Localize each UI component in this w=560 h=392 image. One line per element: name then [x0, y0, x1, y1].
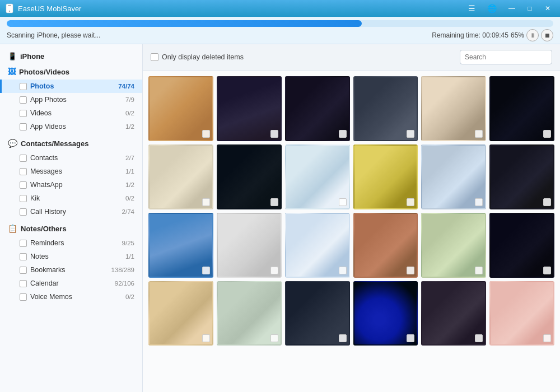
group-header-photos: 🖼 Photos/Videos	[0, 64, 142, 80]
photo-checkbox[interactable]	[543, 130, 551, 138]
sidebar-item-notes[interactable]: Notes 1/1	[0, 250, 142, 263]
photo-cell[interactable]	[353, 76, 418, 141]
app-photos-checkbox[interactable]	[20, 96, 27, 104]
photo-cell[interactable]	[353, 281, 418, 346]
photo-checkbox[interactable]	[407, 267, 414, 274]
sidebar-item-call-history[interactable]: Call History 2/74	[0, 205, 142, 218]
photo-checkbox[interactable]	[475, 130, 483, 138]
messages-checkbox[interactable]	[20, 168, 27, 175]
photo-checkbox[interactable]	[270, 198, 278, 206]
stop-button[interactable]: ⏹	[541, 29, 553, 41]
photo-cell[interactable]	[285, 281, 350, 346]
photo-checkbox[interactable]	[202, 334, 210, 342]
photo-cell[interactable]	[353, 144, 418, 209]
progress-fill	[7, 20, 362, 27]
photo-checkbox[interactable]	[202, 267, 210, 274]
progress-percent: 65%	[511, 31, 524, 39]
group-notes-others: 📋 Notes/Others Reminders 9/25 Notes 1/1 …	[0, 221, 142, 304]
progress-info: Scanning iPhone, please wait... Remainin…	[7, 29, 553, 41]
photo-checkbox[interactable]	[543, 198, 551, 206]
sidebar-item-app-photos[interactable]: App Photos 7/9	[0, 93, 142, 106]
sidebar-item-voice-memos[interactable]: Voice Memos 0/2	[0, 290, 142, 304]
sidebar-item-whatsapp[interactable]: WhatsApp 1/2	[0, 178, 142, 192]
photo-cell[interactable]	[285, 144, 350, 209]
search-input[interactable]	[460, 50, 552, 64]
sidebar-item-bookmarks[interactable]: Bookmarks 138/289	[0, 263, 142, 277]
svg-point-2	[9, 11, 10, 12]
photo-checkbox[interactable]	[270, 334, 278, 342]
photo-cell[interactable]	[148, 281, 213, 346]
sidebar: 📱 iPhone 🖼 Photos/Videos Photos 74/74 Ap…	[0, 44, 143, 392]
photo-cell[interactable]	[285, 76, 350, 141]
photo-grid	[143, 71, 560, 392]
whatsapp-checkbox[interactable]	[20, 181, 27, 189]
contacts-checkbox[interactable]	[20, 155, 27, 162]
bookmarks-checkbox[interactable]	[20, 267, 27, 274]
photo-checkbox[interactable]	[407, 130, 414, 138]
progress-controls: Remaining time: 00:09:45 65% ⏸ ⏹	[432, 29, 553, 41]
device-icon: 📱	[8, 52, 17, 60]
call-history-checkbox[interactable]	[20, 208, 27, 216]
photo-cell[interactable]	[489, 213, 554, 278]
app-videos-checkbox[interactable]	[20, 123, 27, 130]
filter-checkbox[interactable]	[151, 53, 158, 61]
photo-cell[interactable]	[148, 213, 213, 278]
photo-checkbox[interactable]	[270, 130, 278, 138]
photo-checkbox[interactable]	[339, 267, 347, 274]
maximize-button[interactable]: □	[522, 2, 538, 15]
photo-cell[interactable]	[421, 144, 486, 209]
globe-button[interactable]: 🌐	[484, 2, 500, 15]
photo-cell[interactable]	[489, 281, 554, 346]
photo-cell[interactable]	[421, 213, 486, 278]
photo-checkbox[interactable]	[543, 334, 551, 342]
photo-checkbox[interactable]	[475, 267, 483, 274]
scanning-text: Scanning iPhone, please wait...	[7, 31, 100, 39]
photo-checkbox[interactable]	[543, 267, 551, 274]
sidebar-item-calendar[interactable]: Calendar 92/106	[0, 277, 142, 290]
photo-checkbox[interactable]	[339, 334, 347, 342]
reminders-checkbox[interactable]	[20, 240, 27, 247]
photo-checkbox[interactable]	[202, 198, 210, 206]
pause-button[interactable]: ⏸	[526, 29, 539, 41]
title-bar: EaseUS MobiSaver ☰ 🌐 — □ ✕	[0, 0, 560, 17]
sidebar-item-contacts[interactable]: Contacts 2/7	[0, 151, 142, 165]
sidebar-item-reminders[interactable]: Reminders 9/25	[0, 236, 142, 250]
photo-checkbox[interactable]	[339, 198, 347, 206]
photo-checkbox[interactable]	[475, 334, 483, 342]
kik-checkbox[interactable]	[20, 195, 27, 202]
menu-button[interactable]: ☰	[464, 2, 479, 15]
filter-label[interactable]: Only display deleted items	[151, 53, 244, 61]
calendar-checkbox[interactable]	[20, 280, 27, 287]
photo-cell[interactable]	[217, 76, 282, 141]
photo-checkbox[interactable]	[475, 198, 483, 206]
photo-cell[interactable]	[148, 76, 213, 141]
photo-cell[interactable]	[489, 144, 554, 209]
sidebar-item-videos[interactable]: Videos 0/2	[0, 106, 142, 120]
photo-checkbox[interactable]	[202, 130, 210, 138]
voice-memos-checkbox[interactable]	[20, 293, 27, 301]
sidebar-item-app-videos[interactable]: App Videos 1/2	[0, 120, 142, 133]
sidebar-item-photos[interactable]: Photos 74/74	[0, 80, 142, 93]
minimize-button[interactable]: —	[504, 2, 520, 15]
photo-cell[interactable]	[285, 213, 350, 278]
main-layout: 📱 iPhone 🖼 Photos/Videos Photos 74/74 Ap…	[0, 44, 560, 392]
videos-checkbox[interactable]	[20, 110, 27, 117]
photo-checkbox[interactable]	[270, 267, 278, 274]
photo-cell[interactable]	[421, 281, 486, 346]
photo-checkbox[interactable]	[407, 198, 414, 206]
photo-cell[interactable]	[421, 76, 486, 141]
photo-checkbox[interactable]	[339, 130, 347, 138]
photo-cell[interactable]	[217, 144, 282, 209]
sidebar-item-messages[interactable]: Messages 1/1	[0, 165, 142, 178]
close-button[interactable]: ✕	[540, 2, 556, 15]
photo-checkbox[interactable]	[407, 334, 414, 342]
sidebar-item-kik[interactable]: Kik 0/2	[0, 192, 142, 205]
group-header-notes: 📋 Notes/Others	[0, 221, 142, 236]
photo-cell[interactable]	[217, 281, 282, 346]
photo-cell[interactable]	[353, 213, 418, 278]
photos-checkbox[interactable]	[20, 83, 27, 90]
notes-checkbox[interactable]	[20, 253, 27, 260]
photo-cell[interactable]	[489, 76, 554, 141]
photo-cell[interactable]	[217, 213, 282, 278]
photo-cell[interactable]	[148, 144, 213, 209]
